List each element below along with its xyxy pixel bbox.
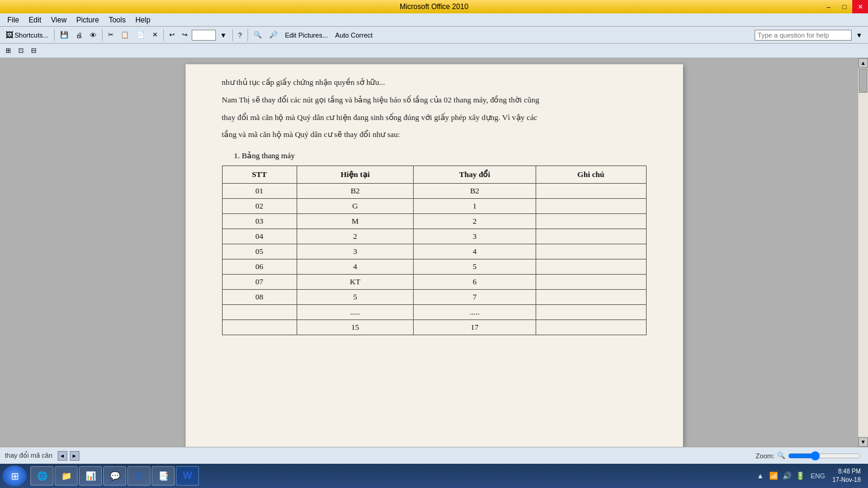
start-button[interactable]: ⊞: [2, 466, 27, 486]
close-button[interactable]: ✕: [852, 0, 868, 13]
cell-hientai: .....: [297, 305, 414, 320]
para-4: tầng và mã căn hộ mà Quý dân cư sẽ thay …: [222, 129, 647, 141]
col-stt: STT: [222, 166, 297, 184]
cell-thaydoi: B2: [414, 184, 536, 199]
tray-date: 17-Nov-18: [832, 476, 861, 484]
tb2-btn2[interactable]: ⊡: [15, 44, 27, 58]
cell-ghichu: [536, 320, 646, 335]
paste-button[interactable]: 📄: [133, 28, 148, 42]
cell-thaydoi: 4: [414, 244, 536, 259]
status-nav: ◄ ►: [58, 451, 79, 461]
cut-button[interactable]: ✂: [105, 28, 116, 42]
separator-2: [102, 29, 103, 41]
col-ghichu: Ghi chú: [536, 166, 646, 184]
tray-battery-icon[interactable]: 🔋: [795, 470, 806, 481]
separator-3: [163, 29, 164, 41]
taskbar-zalo[interactable]: Z: [127, 466, 150, 486]
preview-button[interactable]: 👁: [87, 28, 99, 42]
taskbar-viber[interactable]: 💬: [103, 466, 126, 486]
nav-next-btn[interactable]: ►: [70, 451, 79, 461]
taskbar-word[interactable]: W: [176, 466, 199, 486]
toolbar2: ⊞ ⊡ ⊟: [0, 44, 868, 58]
col-thaydoi: Thay đổi: [414, 166, 536, 184]
cell-hientai: 4: [297, 259, 414, 275]
scroll-track[interactable]: [858, 68, 868, 437]
help-input[interactable]: [755, 30, 852, 41]
table-row: 1517: [222, 320, 646, 335]
title-bar: Microsoft Office 2010 – □ ✕: [0, 0, 868, 13]
print-button[interactable]: 🖨: [73, 28, 86, 42]
zoom-input[interactable]: 186%: [192, 30, 216, 41]
table-row: 03M2: [222, 214, 646, 229]
menu-tools[interactable]: Tools: [104, 15, 130, 25]
delete-button[interactable]: ✕: [149, 28, 161, 42]
zalo-icon: Z: [133, 470, 145, 482]
scrollbar-right[interactable]: ▲ ▼: [858, 58, 868, 447]
cell-hientai: 3: [297, 244, 414, 259]
taskbar-tray: ▲ 📶 🔊 🔋 ENG 8:48 PM 17-Nov-18: [755, 467, 866, 484]
tray-lang[interactable]: ENG: [808, 472, 827, 480]
para-3: thay đổi mã căn hộ mà Quý dân cư hiện đa…: [222, 112, 647, 124]
cell-ghichu: [536, 214, 646, 229]
tray-volume-icon[interactable]: 🔊: [781, 470, 792, 481]
menu-edit[interactable]: Edit: [24, 15, 46, 25]
taskbar-excel[interactable]: 📊: [79, 466, 102, 486]
taskbar-explorer[interactable]: 📁: [55, 466, 78, 486]
tb2-btn1[interactable]: ⊞: [2, 44, 14, 58]
scroll-up-arrow[interactable]: ▲: [858, 58, 868, 68]
tray-up-arrow-icon[interactable]: ▲: [755, 470, 765, 481]
table-row: 02G1: [222, 199, 646, 214]
nav-prev-btn[interactable]: ◄: [58, 451, 67, 461]
help-dropdown[interactable]: ▼: [853, 28, 866, 42]
cell-stt: [222, 305, 297, 320]
menu-picture[interactable]: Picture: [72, 15, 104, 25]
maximize-button[interactable]: □: [836, 0, 852, 13]
tray-clock[interactable]: 8:48 PM 17-Nov-18: [830, 467, 863, 484]
col-hientai: Hiện tại: [297, 166, 414, 184]
shortcuts-label: Shortcuts...: [15, 32, 49, 39]
cell-stt: 02: [222, 199, 297, 214]
zoom-out-button[interactable]: 🔍: [251, 28, 265, 42]
separator-5: [247, 29, 248, 41]
auto-correct-button[interactable]: Auto Correct: [332, 28, 376, 42]
cell-hientai: KT: [297, 275, 414, 290]
menu-view[interactable]: View: [46, 15, 72, 25]
table-row: 0534: [222, 244, 646, 259]
scroll-down-arrow[interactable]: ▼: [858, 437, 868, 447]
cell-ghichu: [536, 275, 646, 290]
table-row: 0857: [222, 290, 646, 305]
separator-4: [232, 29, 233, 41]
menu-help[interactable]: Help: [130, 15, 155, 25]
undo-button[interactable]: ↩: [166, 28, 178, 42]
minimize-button[interactable]: –: [821, 0, 836, 13]
explorer-icon: 📁: [60, 470, 72, 482]
zoom-slider[interactable]: [788, 451, 861, 461]
data-table: STT Hiện tại Thay đổi Ghi chú 01B2B202G1…: [222, 165, 647, 335]
redo-button[interactable]: ↪: [179, 28, 190, 42]
para-1: như thủ tục cấp giấy chứng nhận quyền sở…: [222, 76, 647, 89]
table-row: ..........: [222, 305, 646, 320]
taskbar-ppt[interactable]: 📑: [152, 466, 175, 486]
viber-icon: 💬: [109, 470, 121, 482]
tray-wifi-icon[interactable]: 📶: [768, 470, 779, 481]
cell-thaydoi: 6: [414, 275, 536, 290]
scroll-thumb[interactable]: [859, 69, 867, 93]
help-button[interactable]: ?: [235, 28, 245, 42]
menu-bar: File Edit View Picture Tools Help: [0, 13, 868, 27]
taskbar-ie[interactable]: 🌐: [30, 466, 53, 486]
zoom-in-button[interactable]: 🔎: [266, 28, 281, 42]
tb2-btn3[interactable]: ⊟: [28, 44, 39, 58]
menu-file[interactable]: File: [2, 15, 24, 25]
cell-ghichu: [536, 199, 646, 214]
zoom-dropdown[interactable]: ▼: [217, 28, 230, 42]
cell-ghichu: [536, 244, 646, 259]
shortcuts-button[interactable]: 🖼 Shortcuts...: [2, 28, 52, 42]
copy-button[interactable]: 📋: [118, 28, 132, 42]
cell-stt: 08: [222, 290, 297, 305]
cell-thaydoi: 17: [414, 320, 536, 335]
title-bar-controls: – □ ✕: [821, 0, 868, 13]
edit-pictures-button[interactable]: Edit Pictures...: [282, 28, 331, 42]
cell-stt: 03: [222, 214, 297, 229]
para-2: Nam Thị sẽ thay đổi các nút gọi tầng và …: [222, 94, 647, 107]
save-button[interactable]: 💾: [57, 28, 72, 42]
